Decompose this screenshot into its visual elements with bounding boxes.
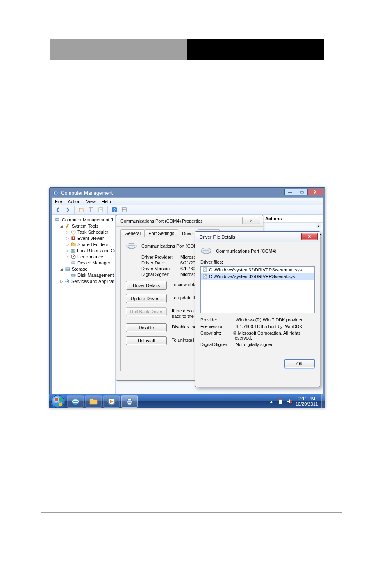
taskbar-explorer[interactable]: [85, 395, 102, 408]
provider-key: Driver Provider:: [141, 255, 180, 260]
back-button[interactable]: [54, 206, 62, 214]
driver-details-button[interactable]: Driver Details: [126, 281, 167, 290]
tree-item-local-users[interactable]: ▷Local Users and Group: [53, 247, 114, 253]
tree-item-disk-management[interactable]: Disk Management: [53, 272, 114, 278]
tree-item-system-tools[interactable]: ◢System Tools: [53, 223, 114, 229]
toolbar: ?: [52, 205, 323, 215]
tree-item-device-manager[interactable]: Device Manager: [53, 260, 114, 266]
collapse-icon[interactable]: ◢: [60, 224, 64, 228]
disable-button[interactable]: Disable: [126, 323, 167, 332]
properties-titlebar[interactable]: Communications Port (COM4) Properties ✕: [116, 215, 263, 227]
dfd-titlebar[interactable]: Driver File Details X: [196, 232, 320, 242]
dfd-provider-value: Windows (R) Win 7 DDK provider: [236, 317, 302, 322]
menu-view[interactable]: View: [86, 199, 96, 204]
tree-item-event-viewer[interactable]: ▷Event Viewer: [53, 235, 114, 241]
expand-icon[interactable]: ▷: [66, 255, 69, 259]
device-name-label: Communications Port (COM4): [141, 244, 202, 248]
volume-icon[interactable]: [286, 399, 292, 404]
close-button[interactable]: X: [307, 189, 323, 195]
folder-icon: [89, 397, 98, 406]
date-key: Driver Date:: [141, 260, 180, 265]
svg-rect-34: [128, 245, 135, 246]
clock[interactable]: 2:11 PM 10/20/2011: [296, 396, 318, 406]
maximize-button[interactable]: ▭: [296, 189, 307, 195]
list-item[interactable]: C:\Windows\system32\DRIVERS\serenum.sys: [201, 267, 314, 273]
tab-port-settings[interactable]: Port Settings: [144, 229, 178, 237]
properties-title-text: Communications Port (COM4) Properties: [120, 219, 203, 223]
window-titlebar[interactable]: Computer Management — ▭ X: [52, 190, 323, 196]
properties-button[interactable]: [97, 206, 105, 214]
taskbar[interactable]: ▴ 2:11 PM 10/20/2011: [49, 394, 325, 408]
taskbar-wmp[interactable]: [103, 395, 120, 408]
actions-pane: Actions ▴ ▸: [262, 215, 323, 223]
svg-rect-24: [72, 262, 75, 264]
driver-files-list[interactable]: C:\Windows\system32\DRIVERS\serenum.sys …: [200, 266, 315, 313]
dfd-version-key: File version:: [200, 324, 236, 329]
folder-shared-icon: [71, 242, 76, 247]
menu-help[interactable]: Help: [102, 199, 111, 204]
menu-file[interactable]: File: [55, 199, 62, 204]
expand-icon[interactable]: ▷: [66, 236, 69, 240]
svg-point-29: [74, 275, 75, 276]
svg-point-23: [73, 256, 74, 257]
action-center-icon[interactable]: [277, 399, 283, 404]
ok-button[interactable]: OK: [284, 359, 315, 368]
tree-item-root[interactable]: Computer Management (Loc: [53, 217, 114, 223]
tab-general[interactable]: General: [120, 229, 145, 237]
svg-rect-17: [73, 237, 74, 239]
expand-icon[interactable]: ▷: [66, 230, 69, 234]
tree-item-services[interactable]: ▷Services and Applications: [53, 278, 114, 284]
expand-icon[interactable]: ▷: [66, 248, 69, 253]
svg-rect-2: [55, 193, 57, 194]
svg-text:?: ?: [113, 208, 116, 212]
doc-header-band: [50, 39, 324, 60]
tree-item-shared-folders[interactable]: ▷Shared Folders: [53, 241, 114, 247]
dfd-copyright-value: © Microsoft Corporation. All rights rese…: [233, 330, 315, 340]
tree-item-storage[interactable]: ◢Storage: [53, 266, 114, 272]
up-button[interactable]: [77, 206, 85, 214]
clock-time: 2:11 PM: [296, 396, 318, 401]
taskbar-devices[interactable]: [121, 395, 138, 408]
tree-item-task-scheduler[interactable]: ▷Task Scheduler: [53, 229, 114, 235]
file-icon: [202, 267, 207, 272]
svg-rect-18: [71, 244, 75, 246]
svg-rect-11: [122, 208, 126, 212]
minimize-button[interactable]: —: [284, 189, 296, 195]
show-hide-tree-button[interactable]: [87, 206, 95, 214]
taskbar-ie[interactable]: [67, 395, 84, 408]
update-driver-button[interactable]: Update Driver...: [126, 294, 167, 303]
expand-icon[interactable]: ▷: [66, 242, 69, 246]
svg-rect-21: [71, 251, 75, 253]
toolbar-button[interactable]: [120, 206, 128, 214]
nav-tree[interactable]: Computer Management (Loc ◢System Tools ▷…: [52, 215, 116, 406]
forward-button[interactable]: [64, 206, 72, 214]
menu-action[interactable]: Action: [68, 199, 81, 204]
dfd-close-button[interactable]: X: [301, 233, 318, 240]
start-button[interactable]: [49, 394, 66, 409]
disk-icon: [71, 273, 76, 278]
computer-management-window: Computer Management — ▭ X File Action Vi…: [49, 187, 325, 408]
tree-item-performance[interactable]: ▷Performance: [53, 253, 114, 260]
svg-rect-37: [203, 250, 209, 251]
dfd-signer-key: Digital Signer:: [200, 342, 236, 347]
uninstall-button[interactable]: Uninstall: [126, 336, 167, 345]
collapse-icon[interactable]: ◢: [60, 267, 64, 271]
actions-header: Actions: [263, 215, 323, 223]
svg-rect-44: [90, 400, 97, 404]
clock-icon: [71, 230, 76, 235]
expand-icon[interactable]: ▷: [60, 279, 63, 283]
app-icon: [53, 190, 59, 196]
wrench-icon: [65, 223, 70, 228]
rollback-driver-button: Roll Back Driver: [126, 307, 167, 316]
svg-rect-1: [55, 192, 57, 193]
show-desktop-button[interactable]: [321, 394, 325, 409]
show-hidden-icons[interactable]: ▴: [268, 399, 274, 404]
dfd-version-value: 6.1.7600.16385 built by: WinDDK: [236, 324, 302, 329]
windows-orb-icon: [51, 395, 64, 408]
scroll-up-button[interactable]: ▴: [316, 223, 321, 228]
port-icon: [200, 246, 212, 255]
list-item[interactable]: C:\Windows\system32\DRIVERS\serial.sys: [201, 273, 314, 280]
svg-rect-4: [89, 208, 93, 212]
help-button[interactable]: ?: [110, 206, 118, 214]
properties-close-button[interactable]: ✕: [242, 217, 260, 224]
